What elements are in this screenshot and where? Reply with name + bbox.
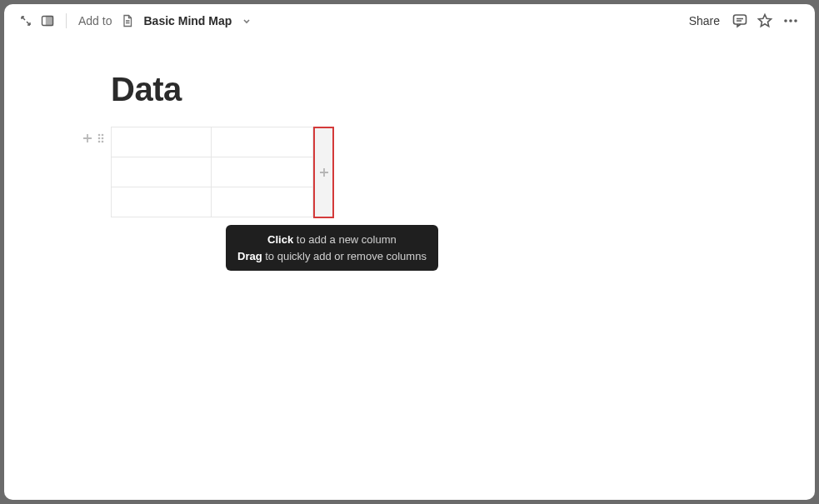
svg-point-11: [102, 141, 104, 143]
svg-point-10: [98, 141, 101, 143]
separator: [66, 13, 67, 28]
simple-table[interactable]: [111, 127, 313, 217]
page-content: Data: [4, 37, 815, 218]
breadcrumb-title[interactable]: Basic Mind Map: [143, 14, 232, 27]
table-cell[interactable]: [112, 127, 212, 157]
tooltip-line-1: Click to add a new column: [237, 232, 427, 248]
tooltip-click-rest: to add a new column: [293, 233, 397, 246]
svg-rect-2: [734, 15, 747, 24]
star-icon[interactable]: [757, 12, 773, 29]
more-icon[interactable]: [782, 12, 800, 29]
table-row: [112, 187, 313, 217]
drag-handle-icon[interactable]: [96, 132, 106, 145]
svg-point-9: [102, 137, 104, 140]
table-cell[interactable]: [112, 157, 212, 187]
svg-point-8: [98, 137, 101, 140]
table-row: [112, 127, 313, 157]
table-row: [112, 157, 313, 187]
add-column-tooltip: Click to add a new column Drag to quickl…: [226, 225, 438, 271]
page-title: Data: [111, 71, 723, 108]
row-controls: [81, 132, 106, 145]
tooltip-drag-rest: to quickly add or remove columns: [262, 250, 427, 262]
table-cell[interactable]: [212, 187, 313, 217]
plus-icon: [318, 167, 330, 178]
svg-point-7: [102, 134, 104, 137]
add-row-icon[interactable]: [81, 132, 94, 145]
topbar-left: Add to Basic Mind Map: [19, 13, 252, 28]
svg-point-5: [794, 19, 797, 22]
chevron-down-icon[interactable]: [242, 16, 252, 26]
share-button[interactable]: Share: [689, 14, 720, 27]
expand-diagonal-icon[interactable]: [19, 14, 32, 27]
peek-panel-icon[interactable]: [41, 15, 54, 27]
table-cell[interactable]: [112, 187, 212, 217]
app-window: Add to Basic Mind Map Share: [4, 4, 815, 500]
tooltip-click-bold: Click: [267, 233, 293, 246]
tooltip-line-2: Drag to quickly add or remove columns: [237, 248, 427, 265]
add-column-button[interactable]: [313, 127, 334, 218]
table-wrap: Click to add a new column Drag to quickl…: [111, 127, 723, 218]
svg-point-3: [784, 19, 787, 22]
doc-icon: [122, 14, 133, 27]
tooltip-drag-bold: Drag: [237, 250, 262, 262]
svg-point-4: [789, 19, 792, 22]
svg-point-6: [98, 134, 101, 137]
table-cell[interactable]: [212, 127, 313, 157]
addto-label[interactable]: Add to: [78, 14, 112, 27]
topbar: Add to Basic Mind Map Share: [4, 4, 815, 37]
comments-icon[interactable]: [732, 12, 748, 29]
table-cell[interactable]: [212, 157, 313, 187]
svg-rect-1: [47, 17, 53, 26]
